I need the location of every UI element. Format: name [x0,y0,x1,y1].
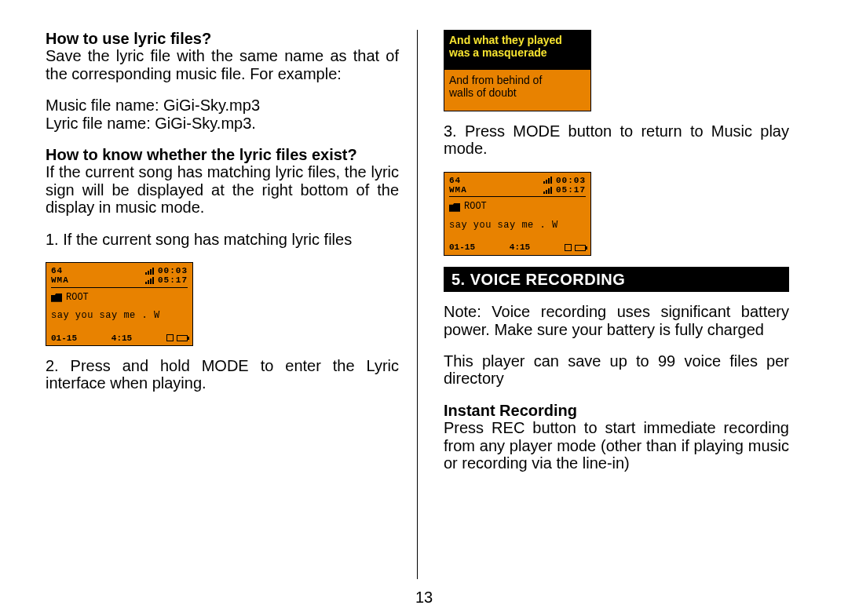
total-time: 05:17 [158,275,188,285]
track-title: say you say me . W [51,311,188,321]
player-screenshot-2: 64 00:03 WMA 05:17 ROOT say you say me .… [444,172,591,256]
track-index: 01-15 [449,242,475,252]
format-label: WMA [51,275,69,285]
section-voice-recording: 5. VOICE RECORDING [444,267,789,292]
right-column: And what they played was a masquerade An… [420,30,789,573]
battery-icon [177,335,188,341]
track-index: 01-15 [51,334,77,343]
folder-icon [51,293,62,302]
total-time: 05:17 [556,185,586,195]
lyric-icon [565,244,572,251]
instant-recording-para: Press REC button to start immediate reco… [444,419,789,472]
folder-icon [449,203,460,212]
format-label: WMA [449,185,467,195]
folder-name: ROOT [464,202,487,212]
column-divider [417,30,418,579]
bars-icon [543,187,553,194]
folder-name: ROOT [66,293,89,303]
track-position: 4:15 [111,334,132,343]
page-number: 13 [0,589,848,607]
track-title: say you say me . W [449,221,586,231]
left-column: How to use lyric files? Save the lyric f… [46,30,415,573]
para-save-lyric: Save the lyric file with the same name a… [46,47,399,82]
lyric-line-1: And what they played [449,34,586,46]
track-position: 4:15 [510,242,530,252]
heading-instant-recording: Instant Recording [444,402,789,419]
step-1: 1. If the current song has matching lyri… [46,231,399,248]
voice-capacity: This player can save up to 99 voice file… [444,352,789,388]
player-screenshot-1: 64 00:03 WMA 05:17 ROOT say you say me .… [46,262,193,346]
lyric-line-4: walls of doubt [449,86,586,99]
elapsed-time: 00:03 [158,266,188,275]
elapsed-time: 00:03 [556,176,586,185]
signal-icon [543,177,553,184]
heading-use-lyric: How to use lyric files? [46,30,399,47]
line-lyric-file: Lyric file name: GiGi-Sky.mp3. [46,115,399,132]
bitrate-icon: 64 [449,176,461,185]
lyric-line-3: And from behind of [449,74,586,86]
heading-lyric-exist: How to know whether the lyric files exis… [46,146,399,163]
bitrate-icon: 64 [51,266,63,275]
step-2: 2. Press and hold MODE to enter the Lyri… [46,357,399,392]
lyric-icon [166,334,174,341]
lyric-screenshot: And what they played was a masquerade An… [444,30,591,111]
battery-icon [575,245,586,251]
manual-page: How to use lyric files? Save the lyric f… [0,0,848,581]
line-music-file: Music file name: GiGi-Sky.mp3 [46,97,399,114]
para-lyric-sign: If the current song has matching lyric f… [46,163,399,216]
bars-icon [145,277,155,284]
lyric-line-2: was a masquerade [449,46,586,59]
step-3: 3. Press MODE button to return to Music … [444,122,789,158]
voice-note: Note: Voice recording uses significant b… [444,303,789,338]
signal-icon [145,268,155,275]
